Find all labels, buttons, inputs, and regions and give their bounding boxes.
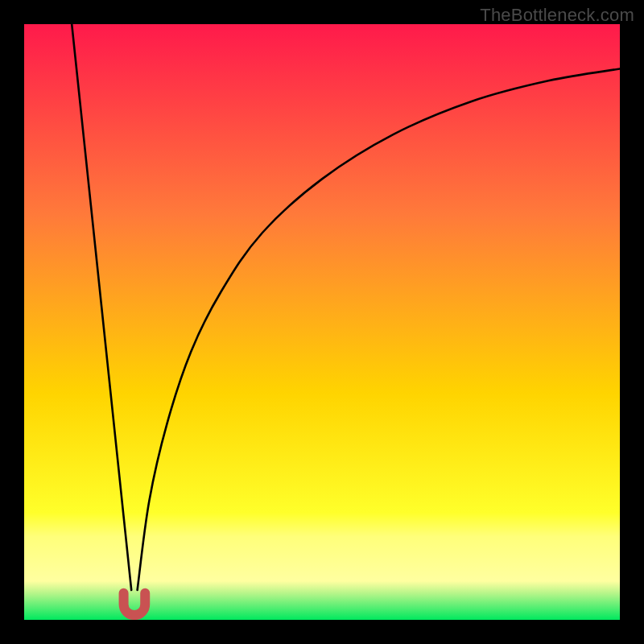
plot-area — [24, 24, 620, 620]
chart-frame: TheBottleneck.com — [0, 0, 644, 644]
gradient-background — [24, 24, 620, 620]
plot-svg — [24, 24, 620, 620]
watermark-text: TheBottleneck.com — [480, 5, 634, 26]
